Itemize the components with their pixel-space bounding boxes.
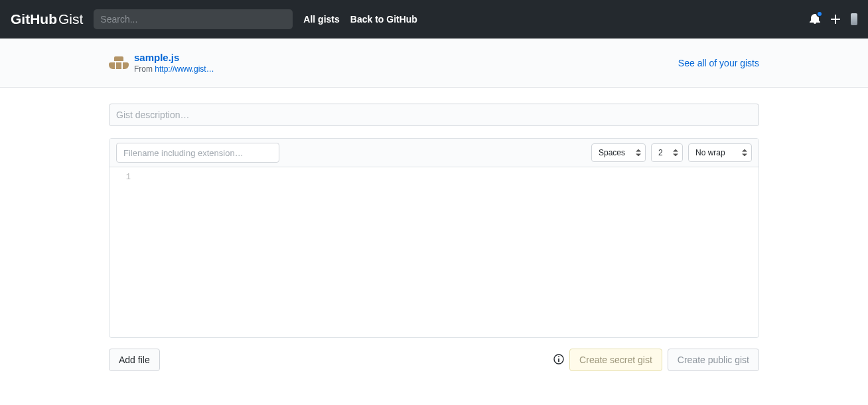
gist-from-url[interactable]: http://www.gist… (155, 64, 214, 74)
add-file-button[interactable]: Add file (109, 349, 160, 371)
svg-point-4 (558, 356, 559, 357)
avatar[interactable] (851, 13, 857, 25)
indent-size-select[interactable]: 2 (651, 143, 683, 162)
notifications-button[interactable] (810, 13, 820, 26)
gist-name-link[interactable]: sample.js (134, 52, 179, 63)
nav-all-gists[interactable]: All gists (303, 14, 339, 25)
gist-description-input[interactable] (109, 104, 759, 126)
chevron-updown-icon (636, 149, 641, 157)
create-new-button[interactable] (831, 13, 840, 26)
wrap-mode-value: No wrap (695, 148, 725, 157)
line-number: 1 (109, 173, 131, 182)
file-panel: Spaces 2 No wrap (109, 138, 759, 338)
indent-mode-value: Spaces (599, 148, 625, 157)
line-gutter: 1 (109, 167, 136, 337)
gist-logo[interactable]: GitHub Gist (11, 11, 83, 27)
gist-form: Spaces 2 No wrap (109, 104, 759, 371)
info-icon[interactable] (553, 354, 564, 366)
nav-back-to-github[interactable]: Back to GitHub (350, 14, 417, 25)
code-textarea[interactable] (136, 167, 759, 337)
form-actions: Add file Create secret gist Create publi… (109, 349, 759, 371)
chevron-updown-icon (742, 149, 747, 157)
create-secret-gist-button[interactable]: Create secret gist (569, 349, 662, 371)
search-input[interactable] (94, 9, 293, 29)
filename-input[interactable] (116, 143, 279, 163)
see-all-gists-link[interactable]: See all of your gists (678, 58, 759, 68)
logo-strong: GitHub (11, 11, 57, 27)
code-editor[interactable]: 1 (109, 167, 759, 337)
top-header: GitHub Gist All gists Back to GitHub (0, 0, 868, 39)
gist-from-label: From http://www.gist… (134, 64, 678, 74)
anonymous-avatar-icon (109, 56, 129, 69)
plus-icon (831, 15, 840, 24)
logo-light: Gist (58, 11, 83, 27)
indent-mode-select[interactable]: Spaces (591, 143, 646, 162)
header-nav: All gists Back to GitHub (303, 14, 417, 25)
indent-size-value: 2 (658, 148, 663, 157)
notification-dot-icon (816, 11, 823, 17)
file-header: Spaces 2 No wrap (109, 139, 759, 167)
wrap-mode-select[interactable]: No wrap (688, 143, 752, 162)
chevron-updown-icon (673, 149, 678, 157)
svg-rect-1 (831, 19, 840, 20)
create-public-gist-button[interactable]: Create public gist (668, 349, 759, 371)
gist-subheader: sample.js From http://www.gist… See all … (0, 39, 868, 88)
